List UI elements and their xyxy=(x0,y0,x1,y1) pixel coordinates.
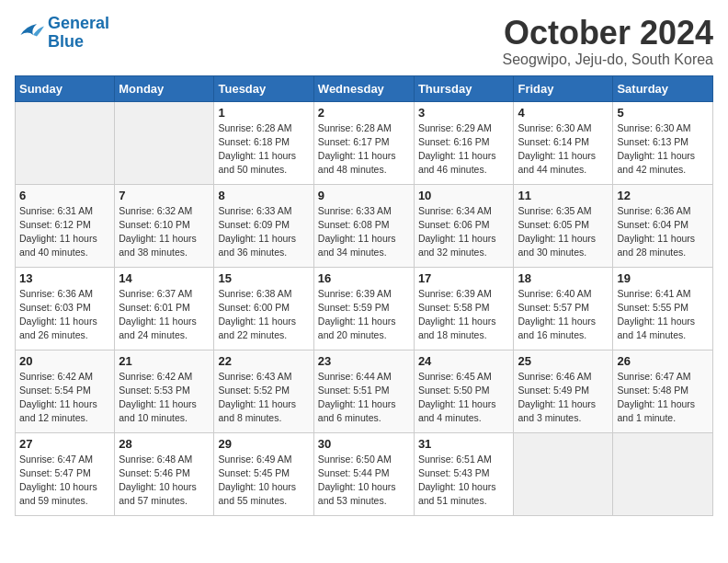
day-cell-4-1: 28Sunrise: 6:48 AM Sunset: 5:46 PM Dayli… xyxy=(115,432,214,515)
day-info: Sunrise: 6:47 AM Sunset: 5:47 PM Dayligh… xyxy=(19,453,110,509)
day-info: Sunrise: 6:33 AM Sunset: 6:09 PM Dayligh… xyxy=(218,204,309,260)
day-cell-2-5: 18Sunrise: 6:40 AM Sunset: 5:57 PM Dayli… xyxy=(514,267,613,350)
week-row-5: 27Sunrise: 6:47 AM Sunset: 5:47 PM Dayli… xyxy=(16,432,713,515)
day-cell-0-5: 4Sunrise: 6:30 AM Sunset: 6:14 PM Daylig… xyxy=(514,101,613,184)
day-cell-0-1 xyxy=(115,101,214,184)
day-cell-1-0: 6Sunrise: 6:31 AM Sunset: 6:12 PM Daylig… xyxy=(16,184,115,267)
day-cell-2-3: 16Sunrise: 6:39 AM Sunset: 5:59 PM Dayli… xyxy=(313,267,414,350)
day-info: Sunrise: 6:35 AM Sunset: 6:05 PM Dayligh… xyxy=(518,204,609,260)
day-number: 25 xyxy=(518,354,609,368)
header-row: Sunday Monday Tuesday Wednesday Thursday… xyxy=(16,75,713,101)
day-info: Sunrise: 6:36 AM Sunset: 6:04 PM Dayligh… xyxy=(617,204,709,260)
logo-text: General Blue xyxy=(48,15,109,52)
day-number: 5 xyxy=(617,106,709,120)
logo: General Blue xyxy=(15,15,109,52)
week-row-4: 20Sunrise: 6:42 AM Sunset: 5:54 PM Dayli… xyxy=(16,350,713,432)
day-info: Sunrise: 6:38 AM Sunset: 6:00 PM Dayligh… xyxy=(218,287,309,343)
day-info: Sunrise: 6:32 AM Sunset: 6:10 PM Dayligh… xyxy=(119,204,210,260)
day-cell-4-5 xyxy=(514,432,613,515)
day-cell-4-2: 29Sunrise: 6:49 AM Sunset: 5:45 PM Dayli… xyxy=(214,432,313,515)
day-info: Sunrise: 6:33 AM Sunset: 6:08 PM Dayligh… xyxy=(318,204,410,260)
logo-icon xyxy=(15,20,44,46)
day-number: 22 xyxy=(218,354,309,368)
day-info: Sunrise: 6:36 AM Sunset: 6:03 PM Dayligh… xyxy=(19,287,110,343)
title-block: October 2024 Seogwipo, Jeju-do, South Ko… xyxy=(503,15,713,68)
day-number: 23 xyxy=(318,354,410,368)
col-sunday: Sunday xyxy=(16,75,115,101)
day-number: 11 xyxy=(518,189,609,202)
day-cell-0-0 xyxy=(16,101,115,184)
day-number: 14 xyxy=(119,271,210,285)
week-row-3: 13Sunrise: 6:36 AM Sunset: 6:03 PM Dayli… xyxy=(16,267,713,350)
month-title: October 2024 xyxy=(503,15,713,52)
day-info: Sunrise: 6:42 AM Sunset: 5:54 PM Dayligh… xyxy=(19,370,110,426)
col-friday: Friday xyxy=(514,75,613,101)
day-number: 1 xyxy=(218,106,309,120)
day-number: 21 xyxy=(119,354,210,368)
day-cell-1-6: 12Sunrise: 6:36 AM Sunset: 6:04 PM Dayli… xyxy=(613,184,713,267)
day-number: 31 xyxy=(418,437,510,451)
day-cell-3-5: 25Sunrise: 6:46 AM Sunset: 5:49 PM Dayli… xyxy=(514,350,613,432)
location: Seogwipo, Jeju-do, South Korea xyxy=(503,52,713,68)
day-cell-2-2: 15Sunrise: 6:38 AM Sunset: 6:00 PM Dayli… xyxy=(214,267,313,350)
col-thursday: Thursday xyxy=(414,75,514,101)
day-cell-2-4: 17Sunrise: 6:39 AM Sunset: 5:58 PM Dayli… xyxy=(414,267,514,350)
day-info: Sunrise: 6:40 AM Sunset: 5:57 PM Dayligh… xyxy=(518,287,609,343)
day-cell-4-4: 31Sunrise: 6:51 AM Sunset: 5:43 PM Dayli… xyxy=(414,432,514,515)
day-number: 2 xyxy=(318,106,410,120)
day-cell-3-0: 20Sunrise: 6:42 AM Sunset: 5:54 PM Dayli… xyxy=(16,350,115,432)
col-saturday: Saturday xyxy=(613,75,713,101)
day-info: Sunrise: 6:44 AM Sunset: 5:51 PM Dayligh… xyxy=(318,370,410,426)
day-cell-2-6: 19Sunrise: 6:41 AM Sunset: 5:55 PM Dayli… xyxy=(613,267,713,350)
day-cell-0-4: 3Sunrise: 6:29 AM Sunset: 6:16 PM Daylig… xyxy=(414,101,514,184)
day-info: Sunrise: 6:42 AM Sunset: 5:53 PM Dayligh… xyxy=(119,370,210,426)
week-row-2: 6Sunrise: 6:31 AM Sunset: 6:12 PM Daylig… xyxy=(16,184,713,267)
day-info: Sunrise: 6:39 AM Sunset: 5:59 PM Dayligh… xyxy=(318,287,410,343)
calendar-table: Sunday Monday Tuesday Wednesday Thursday… xyxy=(15,75,713,516)
day-number: 13 xyxy=(19,271,110,285)
day-info: Sunrise: 6:39 AM Sunset: 5:58 PM Dayligh… xyxy=(418,287,510,343)
day-number: 19 xyxy=(617,271,709,285)
day-number: 30 xyxy=(318,437,410,451)
day-number: 29 xyxy=(218,437,309,451)
day-number: 27 xyxy=(19,437,110,451)
calendar-body: 1Sunrise: 6:28 AM Sunset: 6:18 PM Daylig… xyxy=(16,101,713,515)
day-cell-3-4: 24Sunrise: 6:45 AM Sunset: 5:50 PM Dayli… xyxy=(414,350,514,432)
day-info: Sunrise: 6:41 AM Sunset: 5:55 PM Dayligh… xyxy=(617,287,709,343)
day-cell-1-5: 11Sunrise: 6:35 AM Sunset: 6:05 PM Dayli… xyxy=(514,184,613,267)
day-cell-3-2: 22Sunrise: 6:43 AM Sunset: 5:52 PM Dayli… xyxy=(214,350,313,432)
day-cell-2-1: 14Sunrise: 6:37 AM Sunset: 6:01 PM Dayli… xyxy=(115,267,214,350)
day-cell-4-3: 30Sunrise: 6:50 AM Sunset: 5:44 PM Dayli… xyxy=(313,432,414,515)
day-cell-0-2: 1Sunrise: 6:28 AM Sunset: 6:18 PM Daylig… xyxy=(214,101,313,184)
col-wednesday: Wednesday xyxy=(313,75,414,101)
day-number: 17 xyxy=(418,271,510,285)
day-info: Sunrise: 6:50 AM Sunset: 5:44 PM Dayligh… xyxy=(318,453,410,509)
day-info: Sunrise: 6:34 AM Sunset: 6:06 PM Dayligh… xyxy=(418,204,510,260)
day-info: Sunrise: 6:46 AM Sunset: 5:49 PM Dayligh… xyxy=(518,370,609,426)
day-cell-1-2: 8Sunrise: 6:33 AM Sunset: 6:09 PM Daylig… xyxy=(214,184,313,267)
day-number: 12 xyxy=(617,189,709,202)
day-info: Sunrise: 6:30 AM Sunset: 6:13 PM Dayligh… xyxy=(617,121,709,178)
day-number: 20 xyxy=(19,354,110,368)
day-number: 9 xyxy=(318,189,410,202)
day-cell-3-3: 23Sunrise: 6:44 AM Sunset: 5:51 PM Dayli… xyxy=(313,350,414,432)
day-number: 28 xyxy=(119,437,210,451)
day-info: Sunrise: 6:47 AM Sunset: 5:48 PM Dayligh… xyxy=(617,370,709,426)
day-number: 8 xyxy=(218,189,309,202)
day-info: Sunrise: 6:28 AM Sunset: 6:17 PM Dayligh… xyxy=(318,121,410,178)
day-number: 15 xyxy=(218,271,309,285)
day-cell-2-0: 13Sunrise: 6:36 AM Sunset: 6:03 PM Dayli… xyxy=(16,267,115,350)
day-info: Sunrise: 6:45 AM Sunset: 5:50 PM Dayligh… xyxy=(418,370,510,426)
day-info: Sunrise: 6:49 AM Sunset: 5:45 PM Dayligh… xyxy=(218,453,309,509)
day-info: Sunrise: 6:28 AM Sunset: 6:18 PM Dayligh… xyxy=(218,121,309,178)
day-info: Sunrise: 6:31 AM Sunset: 6:12 PM Dayligh… xyxy=(19,204,110,260)
col-tuesday: Tuesday xyxy=(214,75,313,101)
day-cell-0-3: 2Sunrise: 6:28 AM Sunset: 6:17 PM Daylig… xyxy=(313,101,414,184)
day-info: Sunrise: 6:29 AM Sunset: 6:16 PM Dayligh… xyxy=(418,121,510,178)
day-info: Sunrise: 6:48 AM Sunset: 5:46 PM Dayligh… xyxy=(119,453,210,509)
day-number: 3 xyxy=(418,106,510,120)
calendar-header: Sunday Monday Tuesday Wednesday Thursday… xyxy=(16,75,713,101)
day-info: Sunrise: 6:43 AM Sunset: 5:52 PM Dayligh… xyxy=(218,370,309,426)
day-number: 6 xyxy=(19,189,110,202)
day-number: 26 xyxy=(617,354,709,368)
